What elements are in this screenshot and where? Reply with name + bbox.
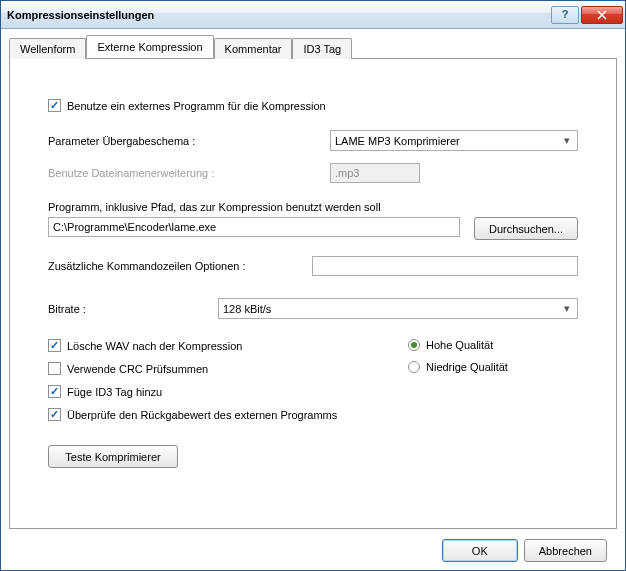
titlebar: Kompressionseinstellungen ? <box>1 1 625 29</box>
tab-externe-kompression[interactable]: Externe Kompression <box>86 35 213 58</box>
id3-label: Füge ID3 Tag hinzu <box>67 386 162 398</box>
dialog-footer: OK Abbrechen <box>9 529 617 562</box>
bitrate-combo[interactable]: 128 kBit/s ▾ <box>218 298 578 319</box>
titlebar-buttons: ? <box>551 6 623 24</box>
extra-cmd-input[interactable] <box>312 256 578 276</box>
check-return-checkbox[interactable] <box>48 408 61 421</box>
tab-panel-externe: Benutze ein externes Programm für die Ko… <box>9 58 617 529</box>
id3-checkbox[interactable] <box>48 385 61 398</box>
check-return-label: Überprüfe den Rückgabewert des externen … <box>67 409 337 421</box>
crc-checkbox[interactable] <box>48 362 61 375</box>
program-path-input[interactable]: C:\Programme\Encoder\lame.exe <box>48 217 460 237</box>
svg-text:?: ? <box>562 10 569 20</box>
extra-cmd-label: Zusätzliche Kommandozeilen Optionen : <box>48 260 312 272</box>
bitrate-label: Bitrate : <box>48 303 218 315</box>
test-compressor-button[interactable]: Teste Komprimierer <box>48 445 178 468</box>
ok-button[interactable]: OK <box>442 539 518 562</box>
ext-value: .mp3 <box>335 167 359 179</box>
ext-label: Benutze Dateinamenerweiterung : <box>48 167 330 179</box>
high-quality-label: Hohe Qualität <box>426 339 493 351</box>
close-button[interactable] <box>581 6 623 24</box>
program-path-label: Programm, inklusive Pfad, das zur Kompre… <box>48 201 578 213</box>
delete-wav-checkbox[interactable] <box>48 339 61 352</box>
close-icon <box>597 10 607 20</box>
program-path-value: C:\Programme\Encoder\lame.exe <box>53 221 216 233</box>
ext-input: .mp3 <box>330 163 420 183</box>
tab-strip: Wellenform Externe Kompression Kommentar… <box>9 35 617 58</box>
low-quality-radio[interactable] <box>408 361 420 373</box>
low-quality-label: Niedrige Qualität <box>426 361 508 373</box>
param-scheme-combo[interactable]: LAME MP3 Komprimierer ▾ <box>330 130 578 151</box>
chevron-down-icon: ▾ <box>561 302 573 315</box>
browse-button[interactable]: Durchsuchen... <box>474 217 578 240</box>
high-quality-radio[interactable] <box>408 339 420 351</box>
crc-label: Verwende CRC Prüfsummen <box>67 363 208 375</box>
cancel-button[interactable]: Abbrechen <box>524 539 607 562</box>
bitrate-value: 128 kBit/s <box>223 303 561 315</box>
help-button[interactable]: ? <box>551 6 579 24</box>
use-external-label: Benutze ein externes Programm für die Ko… <box>67 100 326 112</box>
tab-kommentar[interactable]: Kommentar <box>214 38 293 59</box>
tab-id3[interactable]: ID3 Tag <box>292 38 352 59</box>
chevron-down-icon: ▾ <box>561 134 573 147</box>
param-scheme-value: LAME MP3 Komprimierer <box>335 135 561 147</box>
use-external-checkbox[interactable] <box>48 99 61 112</box>
window-title: Kompressionseinstellungen <box>7 9 551 21</box>
tab-wellenform[interactable]: Wellenform <box>9 38 86 59</box>
param-scheme-label: Parameter Übergabeschema : <box>48 135 330 147</box>
help-icon: ? <box>560 10 570 20</box>
client-area: Wellenform Externe Kompression Kommentar… <box>1 29 625 570</box>
dialog-window: Kompressionseinstellungen ? Wellenform E… <box>0 0 626 571</box>
delete-wav-label: Lösche WAV nach der Kompression <box>67 340 242 352</box>
